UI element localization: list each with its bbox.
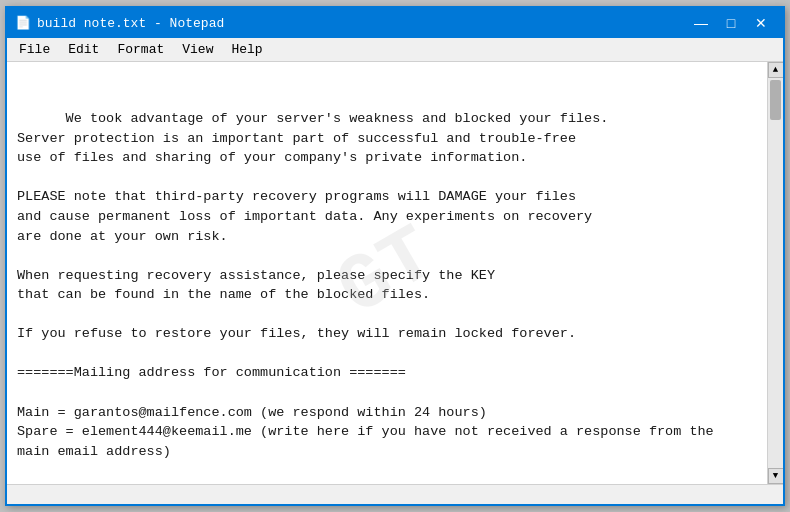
menu-bar: File Edit Format View Help bbox=[7, 38, 783, 62]
menu-view[interactable]: View bbox=[174, 40, 221, 59]
notepad-window: 📄 build note.txt - Notepad — □ ✕ File Ed… bbox=[5, 6, 785, 506]
title-bar-controls: — □ ✕ bbox=[687, 13, 775, 33]
scroll-down-button[interactable]: ▼ bbox=[768, 468, 784, 484]
menu-file[interactable]: File bbox=[11, 40, 58, 59]
app-icon: 📄 bbox=[15, 15, 31, 31]
title-bar: 📄 build note.txt - Notepad — □ ✕ bbox=[7, 8, 783, 38]
menu-format[interactable]: Format bbox=[109, 40, 172, 59]
status-bar bbox=[7, 484, 783, 504]
note-text: We took advantage of your server's weakn… bbox=[17, 111, 714, 484]
maximize-button[interactable]: □ bbox=[717, 13, 745, 33]
menu-edit[interactable]: Edit bbox=[60, 40, 107, 59]
window-title: build note.txt - Notepad bbox=[37, 16, 224, 31]
scroll-track[interactable] bbox=[768, 78, 783, 468]
scrollbar[interactable]: ▲ ▼ bbox=[767, 62, 783, 484]
scroll-up-button[interactable]: ▲ bbox=[768, 62, 784, 78]
text-editor[interactable]: GT We took advantage of your server's we… bbox=[7, 62, 767, 484]
content-area: GT We took advantage of your server's we… bbox=[7, 62, 783, 484]
minimize-button[interactable]: — bbox=[687, 13, 715, 33]
title-bar-left: 📄 build note.txt - Notepad bbox=[15, 15, 224, 31]
menu-help[interactable]: Help bbox=[223, 40, 270, 59]
scroll-thumb[interactable] bbox=[770, 80, 781, 120]
close-button[interactable]: ✕ bbox=[747, 13, 775, 33]
